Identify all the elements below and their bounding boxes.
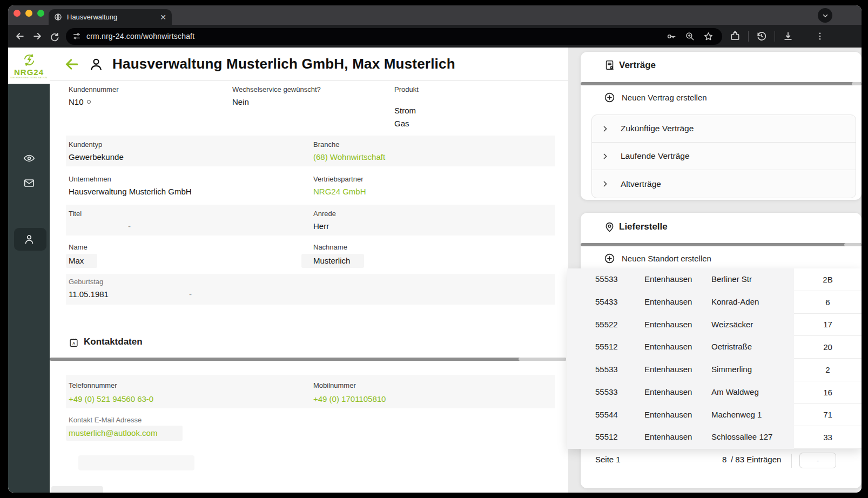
kontakt-scrollbar[interactable] [50,358,566,361]
customer-person-icon [89,57,104,72]
nachname-label: Nachname [313,243,347,251]
table-row[interactable]: 55533 Entenhausen Am Waldweg 16 [567,381,862,404]
sidebar-mail-icon[interactable] [8,177,50,189]
tab-favicon-globe-icon [54,13,62,21]
lieferstelle-table: 55533 Entenhausen Berliner Str 2B 55433 … [567,268,862,449]
table-row[interactable]: 55512 Entenhausen Schlossallee 127 33 [567,426,862,449]
create-standort-button[interactable]: Neuen Standort erstellen [604,253,711,264]
branche-label: Branche [313,140,339,149]
cell-plz: 55522 [595,320,618,329]
lieferstelle-scrollbar[interactable] [581,243,862,246]
cell-plz: 55533 [595,274,618,284]
cell-number[interactable]: 2B [794,268,862,291]
cell-number[interactable]: 33 [794,426,862,449]
contract-icon [604,59,616,71]
table-row[interactable]: 55533 Entenhausen Simmerling 2 [567,359,862,381]
tab-strip: Hausverwaltung ✕ [8,5,862,25]
vertraege-card: Verträge Neuen Vertrag erstellen [581,52,862,200]
telefonnummer-value-link[interactable]: +49 (0) 521 94560 63-0 [69,394,153,403]
extensions-puzzle-icon[interactable] [730,31,741,42]
browser-tab[interactable]: Hausverwaltung ✕ [49,9,172,25]
cell-number[interactable]: 20 [794,336,862,359]
email-label: Kontakt E-Mail Adresse [69,416,142,424]
accordion-altvertraege[interactable]: Altverträge [592,170,856,198]
cell-number[interactable]: 17 [794,314,862,337]
create-standort-label: Neuen Standort erstellen [622,254,711,263]
tab-close-icon[interactable]: ✕ [160,14,166,21]
customer-detail-panel: Hausverwaltung Musterlich GmbH, Max Must… [50,48,568,493]
table-row[interactable]: 55533 Entenhausen Berliner Str 2B [567,268,862,291]
back-icon[interactable] [15,31,25,42]
address-bar[interactable]: crm.nrg-24.com/wohnwirtschaft [66,28,722,45]
tab-search-button[interactable] [818,8,832,23]
cell-city: Entenhausen [644,320,692,329]
logo-tagline: DIE ENERGIEKOSTEN NATION [11,76,48,79]
vertriebspartner-value-link[interactable]: NRG24 GmbH [313,187,366,196]
browser-menu-icon[interactable] [815,31,825,41]
cell-plz: 55512 [595,342,618,351]
cell-street: Schlossallee 127 [711,432,772,441]
cell-plz: 55433 [595,297,618,306]
create-contract-button[interactable]: Neuen Vertrag erstellen [604,92,707,103]
email-value-link[interactable]: musterlich@autlook.com [69,428,157,438]
kundentyp-label: Kundentyp [69,140,102,149]
site-settings-icon[interactable] [72,32,81,41]
cell-number[interactable]: 71 [794,404,862,427]
cell-plz: 55512 [595,432,618,441]
cell-plz: 55533 [595,365,618,374]
zoom-icon[interactable] [685,31,695,41]
pagination-page: Seite 1 [595,455,621,464]
minimize-window-button[interactable] [25,10,32,17]
table-row[interactable]: 55512 Entenhausen Oetristraße 20 [567,336,862,359]
cell-city: Entenhausen [644,297,692,306]
cell-number[interactable]: 2 [794,359,862,381]
kontaktdaten-icon: A [69,338,79,348]
empty-field-placeholder [78,455,194,470]
cell-street: Machenweg 1 [711,410,762,419]
plus-circle-icon [604,253,615,264]
name-value: Max [69,256,84,265]
page-title: Hausverwaltung Musterlich GmbH, Max Must… [112,56,455,72]
history-icon[interactable] [756,31,767,42]
reload-icon[interactable] [49,31,59,42]
accordion-label: Laufende Verträge [621,151,690,161]
vertraege-scrollbar[interactable] [581,82,862,85]
zoom-window-button[interactable] [37,10,44,17]
geburtstag-label: Geburtstag [69,278,103,286]
contract-groups: Zukünftige Verträge Laufende Verträge Al… [591,115,856,198]
create-contract-label: Neuen Vertrag erstellen [622,93,707,102]
branche-value-link[interactable]: (68) Wohnwirtschaft [313,152,385,161]
table-row[interactable]: 55544 Entenhausen Machenweg 1 71 [567,404,862,427]
cell-number[interactable]: 16 [794,381,862,404]
page-size-value: - [817,456,819,465]
accordion-laufende-vertraege[interactable]: Laufende Verträge [592,143,856,170]
wechselservice-value: Nein [232,97,249,106]
table-row[interactable]: 55522 Entenhausen Weizsäcker 17 [567,314,862,337]
cell-street: Am Waldweg [711,387,759,396]
mobilnummer-value-link[interactable]: +49 (0) 1701105810 [313,394,386,403]
download-icon[interactable] [783,31,793,42]
titel-value: - [128,221,131,231]
url-text[interactable]: crm.nrg-24.com/wohnwirtschaft [86,32,661,41]
anrede-label: Anrede [313,210,336,218]
cell-city: Entenhausen [644,365,692,374]
cell-plz: 55544 [595,410,618,419]
pagination-total: / 83 Einträgen [731,455,781,464]
forward-icon[interactable] [32,31,43,42]
cell-street: Weizsäcker [711,320,753,329]
page-size-select[interactable]: - [799,453,836,468]
accordion-zukuenftige-vertraege[interactable]: Zukünftige Verträge [592,115,856,143]
cell-number[interactable]: 6 [794,291,862,314]
app-logo[interactable]: NRG24 DIE ENERGIEKOSTEN NATION [8,48,50,84]
sidebar-customer-icon[interactable] [8,233,50,245]
close-window-button[interactable] [14,10,21,17]
cell-street: Simmerling [711,365,752,374]
back-arrow-icon[interactable] [64,56,80,72]
kundennummer-value: N10 [69,97,84,106]
logo-text: NRG24 [14,68,44,76]
table-row[interactable]: 55433 Entenhausen Konrad-Aden 6 [567,291,862,314]
titel-label: Titel [69,210,82,218]
sidebar-eye-icon[interactable] [8,152,50,164]
password-key-icon[interactable] [666,31,676,42]
bookmark-star-icon[interactable] [703,31,714,42]
